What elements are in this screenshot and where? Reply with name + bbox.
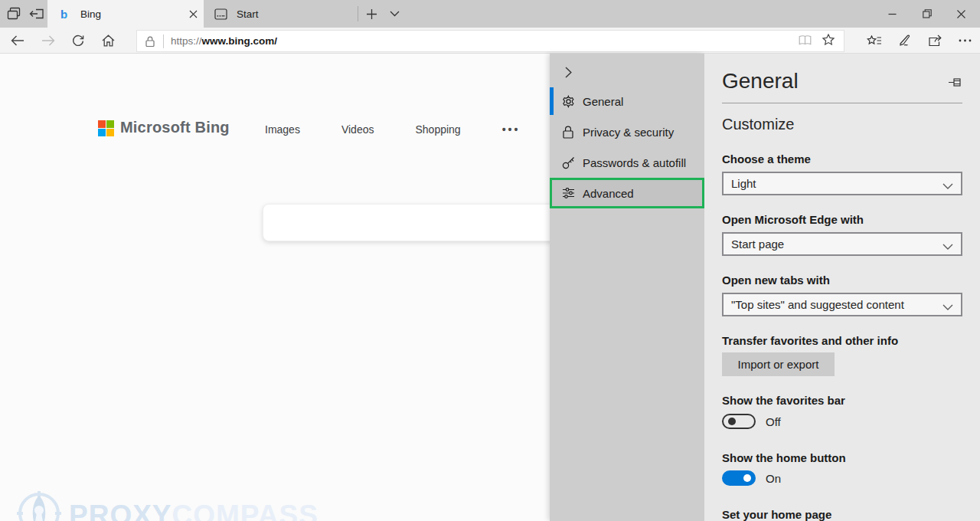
address-bar[interactable]: https://www.bing.com/ — [136, 30, 844, 52]
sidebar-item-privacy-security[interactable]: Privacy & security — [550, 116, 704, 147]
reading-view-icon[interactable] — [799, 34, 812, 48]
new-tabs-select-value: "Top sites" and suggested content — [731, 298, 904, 311]
sidebar-item-label: Advanced — [583, 187, 634, 200]
open-edge-select[interactable]: Start page — [722, 232, 962, 256]
ms-square-green — [106, 120, 114, 128]
toggle-knob — [743, 474, 751, 482]
url-text[interactable]: https://www.bing.com/ — [171, 35, 799, 47]
sidebar-item-advanced[interactable]: Advanced — [550, 178, 704, 208]
key-icon — [561, 156, 575, 169]
sidebar-item-label: Privacy & security — [583, 126, 674, 139]
favorites-bar-label: Show the favorites bar — [722, 394, 967, 407]
favorites-bar-state: Off — [766, 415, 781, 428]
theme-select[interactable]: Light — [722, 172, 962, 195]
favorites-bar-toggle[interactable] — [722, 414, 756, 429]
start-tab-icon — [210, 3, 231, 25]
home-button-label: Show the home button — [722, 451, 967, 464]
title-bar: b Bing Start — [0, 0, 980, 28]
compass-logo-icon — [15, 490, 63, 521]
chevron-down-icon — [942, 239, 953, 252]
bing-favicon: b — [54, 3, 75, 25]
new-tab-button[interactable] — [362, 5, 381, 22]
ms-square-red — [98, 120, 106, 128]
microsoft-logo[interactable] — [98, 120, 114, 136]
favorite-star-icon[interactable] — [822, 34, 835, 48]
ms-square-yellow — [106, 129, 114, 136]
sidebar-item-label: General — [583, 95, 623, 108]
section-heading: Customize — [722, 116, 794, 133]
home-page-label: Set your home page — [722, 508, 967, 521]
tab-title: Start — [237, 8, 357, 20]
tab-close-icon[interactable] — [182, 3, 204, 25]
settings-panel-general: General Customize Choose a theme Light O… — [704, 54, 980, 521]
home-icon[interactable] — [96, 30, 119, 51]
set-tabs-aside-icon[interactable] — [28, 5, 46, 22]
tab-separator — [358, 6, 358, 21]
tab-list-dropdown-icon[interactable] — [385, 5, 403, 22]
import-export-button[interactable]: Import or export — [722, 352, 835, 376]
expand-menu-icon[interactable] — [559, 63, 577, 81]
sidebar-item-passwords-autofill[interactable]: Passwords & autofill — [550, 147, 704, 178]
favorites-hub-icon[interactable] — [863, 30, 886, 51]
proxycompass-watermark: PROXYCOMPASS — [15, 490, 318, 521]
bing-logo-text[interactable]: Microsoft Bing — [120, 119, 230, 136]
bing-nav-shopping[interactable]: Shopping — [410, 122, 465, 137]
refresh-icon[interactable] — [67, 30, 90, 51]
theme-select-value: Light — [731, 177, 756, 190]
chevron-down-icon — [942, 300, 953, 313]
watermark-compass: COMPASS — [172, 500, 318, 521]
sidebar-item-general[interactable]: General — [550, 86, 704, 116]
share-icon[interactable] — [923, 30, 946, 51]
bing-search-input[interactable] — [263, 204, 599, 241]
address-divider — [163, 34, 164, 48]
open-edge-select-value: Start page — [731, 238, 784, 251]
chevron-down-icon — [942, 179, 953, 192]
web-note-pen-icon[interactable] — [893, 30, 916, 51]
bing-nav-videos[interactable]: Videos — [337, 122, 379, 137]
more-options-icon[interactable] — [953, 30, 976, 51]
watermark-proxy: PROXY — [69, 500, 172, 521]
toggle-knob — [728, 418, 736, 425]
sliders-icon — [561, 186, 575, 200]
pin-panel-icon[interactable] — [945, 74, 965, 90]
gear-icon — [561, 94, 575, 108]
tab-bing[interactable]: b Bing — [47, 0, 204, 28]
home-button-state: On — [766, 472, 781, 485]
back-icon[interactable] — [6, 30, 29, 51]
tab-preview-icon[interactable] — [5, 5, 23, 22]
tab-title: Bing — [80, 8, 182, 20]
forward-icon[interactable] — [37, 30, 60, 51]
ms-square-blue — [98, 129, 106, 136]
lock-icon — [561, 125, 575, 139]
divider — [722, 103, 962, 103]
bing-nav-images[interactable]: Images — [260, 122, 305, 137]
new-tabs-select[interactable]: "Top sites" and suggested content — [722, 293, 962, 316]
bing-nav: Images Videos Shopping ••• — [260, 122, 524, 137]
sidebar-item-label: Passwords & autofill — [583, 156, 686, 169]
minimize-button[interactable] — [875, 0, 910, 28]
settings-menu: General Privacy & security Passwords & a… — [550, 54, 704, 521]
new-tabs-label: Open new tabs with — [722, 274, 967, 287]
panel-title: General — [722, 69, 799, 93]
tab-start[interactable]: Start — [204, 0, 357, 28]
choose-theme-label: Choose a theme — [722, 152, 967, 165]
restore-button[interactable] — [910, 0, 944, 28]
lock-icon[interactable] — [137, 36, 163, 47]
navigation-bar: https://www.bing.com/ — [0, 28, 980, 54]
close-window-button[interactable] — [944, 0, 978, 28]
home-button-toggle[interactable] — [722, 470, 756, 486]
open-edge-label: Open Microsoft Edge with — [722, 213, 967, 226]
bing-nav-more[interactable]: ••• — [498, 122, 525, 137]
selection-indicator — [550, 87, 554, 115]
transfer-favorites-label: Transfer favorites and other info — [722, 334, 967, 347]
svg-text:b: b — [60, 8, 67, 20]
